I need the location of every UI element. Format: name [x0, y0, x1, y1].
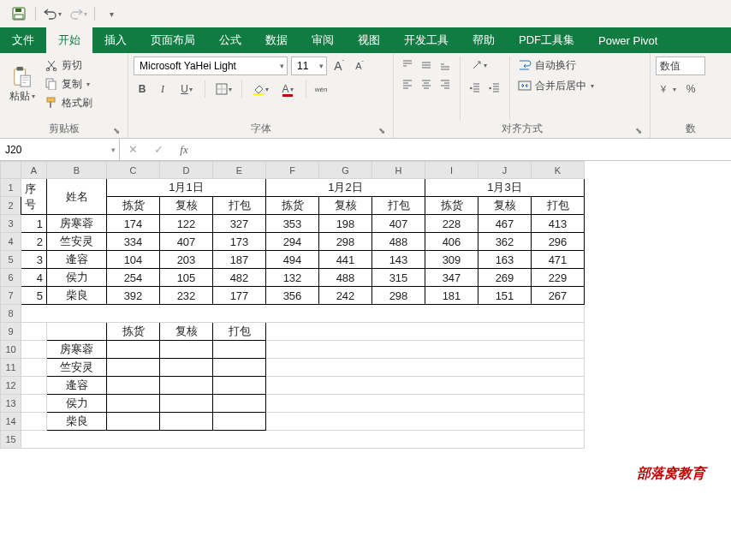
cell[interactable]: 488: [372, 233, 425, 251]
undo-button[interactable]: ▾: [40, 2, 64, 26]
cell[interactable]: 407: [372, 215, 425, 233]
col-header[interactable]: J: [478, 162, 532, 179]
cell[interactable]: 296: [532, 233, 585, 251]
cell[interactable]: 254: [107, 269, 160, 287]
cell[interactable]: 2: [21, 233, 47, 251]
cell[interactable]: 房寒蓉: [47, 215, 107, 233]
cell[interactable]: 228: [425, 215, 478, 233]
name-box[interactable]: ▾: [0, 139, 120, 160]
tab-developer[interactable]: 开发工具: [392, 27, 461, 53]
cell[interactable]: 105: [160, 269, 213, 287]
cell[interactable]: [266, 377, 585, 395]
redo-button[interactable]: ▾: [66, 2, 90, 26]
cell[interactable]: 269: [478, 269, 532, 287]
cell[interactable]: 侯力: [47, 395, 107, 413]
cell[interactable]: 复核: [160, 323, 213, 341]
confirm-formula-button[interactable]: ✓: [146, 139, 171, 160]
cell[interactable]: 122: [160, 215, 213, 233]
cell[interactable]: 229: [532, 269, 585, 287]
col-header[interactable]: G: [319, 162, 372, 179]
col-header[interactable]: I: [425, 162, 478, 179]
cell[interactable]: 413: [532, 215, 585, 233]
cell[interactable]: 392: [107, 287, 160, 305]
row-header[interactable]: 13: [1, 395, 21, 413]
cell[interactable]: [160, 377, 213, 395]
cell[interactable]: 打包: [532, 197, 585, 215]
cell[interactable]: 315: [372, 269, 425, 287]
cell[interactable]: 151: [478, 287, 532, 305]
dialog-launcher-icon[interactable]: ⬊: [633, 124, 645, 136]
tab-help[interactable]: 帮助: [461, 27, 507, 53]
align-right-button[interactable]: [437, 75, 454, 92]
cell[interactable]: 柴良: [47, 287, 107, 305]
align-center-button[interactable]: [418, 75, 435, 92]
cell[interactable]: 181: [425, 287, 478, 305]
cell[interactable]: 4: [21, 269, 47, 287]
cell[interactable]: 294: [266, 233, 319, 251]
cell[interactable]: 竺安灵: [47, 359, 107, 377]
cell[interactable]: [266, 323, 585, 341]
cell[interactable]: 347: [425, 269, 478, 287]
cell[interactable]: 拣货: [266, 197, 319, 215]
cell[interactable]: 407: [160, 233, 213, 251]
cell[interactable]: [21, 431, 585, 449]
cell[interactable]: [21, 395, 47, 413]
row-header[interactable]: 7: [1, 287, 21, 305]
cell[interactable]: 174: [107, 215, 160, 233]
tab-page-layout[interactable]: 页面布局: [139, 27, 207, 53]
cell[interactable]: 309: [425, 251, 478, 269]
cell[interactable]: 侯力: [47, 269, 107, 287]
cell[interactable]: 203: [160, 251, 213, 269]
wrap-text-button[interactable]: 自动换行: [516, 57, 596, 74]
cell[interactable]: 5: [21, 287, 47, 305]
cell[interactable]: [266, 359, 585, 377]
cell[interactable]: 竺安灵: [47, 233, 107, 251]
cell[interactable]: 姓名: [47, 179, 107, 215]
cell[interactable]: 打包: [372, 197, 425, 215]
align-left-button[interactable]: [399, 75, 416, 92]
align-top-button[interactable]: [399, 57, 416, 74]
borders-button[interactable]: ▾: [211, 80, 235, 98]
insert-function-button[interactable]: fx: [171, 139, 197, 160]
cell[interactable]: 406: [425, 233, 478, 251]
cell[interactable]: 298: [319, 233, 372, 251]
cell[interactable]: 488: [319, 269, 372, 287]
cell[interactable]: 逄容: [47, 377, 107, 395]
cell[interactable]: 复核: [160, 197, 213, 215]
cell[interactable]: 298: [372, 287, 425, 305]
cell[interactable]: [160, 395, 213, 413]
align-middle-button[interactable]: [418, 57, 435, 74]
italic-button[interactable]: I: [154, 80, 171, 98]
cell[interactable]: 198: [319, 215, 372, 233]
cell[interactable]: [107, 377, 160, 395]
cell[interactable]: 复核: [319, 197, 372, 215]
cell[interactable]: 104: [107, 251, 160, 269]
cell[interactable]: 467: [478, 215, 532, 233]
cell[interactable]: [21, 323, 47, 341]
cell[interactable]: [266, 395, 585, 413]
cell[interactable]: [107, 395, 160, 413]
cell[interactable]: 1月1日: [107, 179, 266, 197]
cell[interactable]: 143: [372, 251, 425, 269]
col-header[interactable]: H: [372, 162, 425, 179]
align-bottom-button[interactable]: [437, 57, 454, 74]
col-header[interactable]: K: [532, 162, 585, 179]
cell[interactable]: 232: [160, 287, 213, 305]
cell[interactable]: 494: [266, 251, 319, 269]
row-header[interactable]: 9: [1, 323, 21, 341]
cell[interactable]: 1: [21, 215, 47, 233]
bold-button[interactable]: B: [134, 80, 151, 98]
format-painter-button[interactable]: 格式刷: [43, 94, 94, 111]
cell[interactable]: 1月2日: [266, 179, 425, 197]
row-header[interactable]: 2: [1, 197, 21, 215]
number-format-combo[interactable]: 数值: [656, 57, 705, 75]
decrease-font-button[interactable]: Aˇ: [351, 57, 368, 74]
decrease-indent-button[interactable]: [467, 79, 484, 96]
cell[interactable]: [266, 413, 585, 431]
save-button[interactable]: [7, 2, 31, 26]
cell[interactable]: 334: [107, 233, 160, 251]
ruby-button[interactable]: wén: [312, 80, 330, 98]
tab-home[interactable]: 开始: [46, 27, 92, 53]
cell[interactable]: [160, 413, 213, 431]
cell[interactable]: [107, 413, 160, 431]
